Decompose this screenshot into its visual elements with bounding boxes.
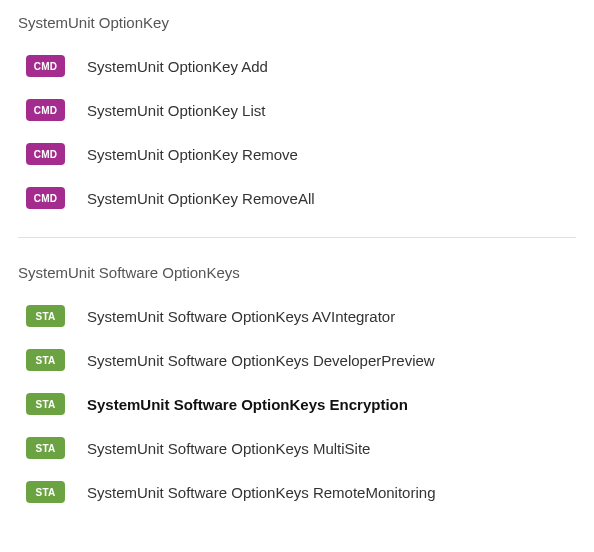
badge-sta: STA [26,481,65,503]
section-title: SystemUnit OptionKey [18,14,576,31]
section-software-optionkeys: SystemUnit Software OptionKeys STA Syste… [18,264,576,503]
list-item[interactable]: CMD SystemUnit OptionKey RemoveAll [26,187,576,209]
section-optionkey: SystemUnit OptionKey CMD SystemUnit Opti… [18,14,576,209]
list-item[interactable]: STA SystemUnit Software OptionKeys Encry… [26,393,576,415]
badge-cmd: CMD [26,55,65,77]
item-label: SystemUnit OptionKey List [87,102,265,119]
item-label: SystemUnit OptionKey RemoveAll [87,190,315,207]
badge-sta: STA [26,437,65,459]
list-item[interactable]: CMD SystemUnit OptionKey Add [26,55,576,77]
badge-cmd: CMD [26,187,65,209]
item-label: SystemUnit Software OptionKeys AVIntegra… [87,308,395,325]
badge-sta: STA [26,393,65,415]
list-item[interactable]: STA SystemUnit Software OptionKeys AVInt… [26,305,576,327]
list-item[interactable]: CMD SystemUnit OptionKey Remove [26,143,576,165]
item-label: SystemUnit Software OptionKeys RemoteMon… [87,484,435,501]
list-item[interactable]: STA SystemUnit Software OptionKeys Devel… [26,349,576,371]
badge-cmd: CMD [26,99,65,121]
section-title: SystemUnit Software OptionKeys [18,264,576,281]
list-item[interactable]: STA SystemUnit Software OptionKeys Multi… [26,437,576,459]
item-list: STA SystemUnit Software OptionKeys AVInt… [18,305,576,503]
item-label: SystemUnit Software OptionKeys Encryptio… [87,396,408,413]
item-label: SystemUnit OptionKey Add [87,58,268,75]
badge-cmd: CMD [26,143,65,165]
item-label: SystemUnit Software OptionKeys Developer… [87,352,435,369]
divider [18,237,576,238]
item-label: SystemUnit OptionKey Remove [87,146,298,163]
item-list: CMD SystemUnit OptionKey Add CMD SystemU… [18,55,576,209]
list-item[interactable]: CMD SystemUnit OptionKey List [26,99,576,121]
badge-sta: STA [26,349,65,371]
list-item[interactable]: STA SystemUnit Software OptionKeys Remot… [26,481,576,503]
badge-sta: STA [26,305,65,327]
item-label: SystemUnit Software OptionKeys MultiSite [87,440,370,457]
